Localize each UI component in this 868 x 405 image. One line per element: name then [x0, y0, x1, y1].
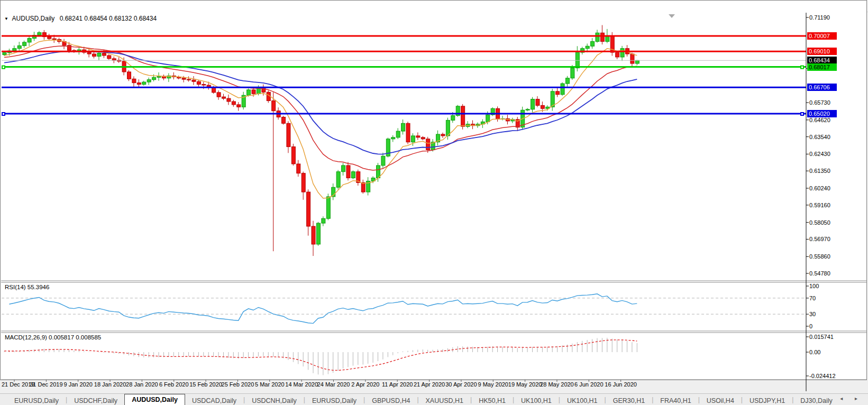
chart-ohlc-values: 0.68241 0.68454 0.68132 0.68434	[60, 15, 157, 22]
price-tick-label: 0.59160	[809, 202, 830, 208]
rsi-tick-label: 30	[809, 311, 816, 317]
price-tick-label: 0.64620	[809, 117, 830, 123]
date-tick-label: 30 Apr 2020	[445, 381, 477, 388]
price-tick-label: 0.54780	[809, 270, 830, 277]
chart-tab-DJ30-Daily[interactable]: DJ30,Daily	[793, 396, 839, 405]
chart-tab-USOil-H4[interactable]: USOil,H4	[700, 396, 741, 405]
chart-tab-GER30-H1[interactable]: GER30,H1	[606, 396, 652, 405]
chart-tab-UK100-H1[interactable]: UK100,H1	[560, 396, 605, 405]
chart-tab-HK50-H1[interactable]: HK50,H1	[472, 396, 513, 405]
price-tick-label: 0.58050	[809, 219, 830, 226]
pane-separators-and-axis	[1, 13, 866, 391]
price-tick-label: 0.61350	[809, 168, 830, 174]
price-tick-label: 0.60240	[809, 185, 830, 191]
tab-scroll-arrows: ◂ ▸	[840, 395, 863, 401]
date-tick-label: 2 Apr 2020	[351, 381, 379, 388]
price-badge-0.68017[interactable]: 0.68017	[807, 63, 837, 71]
date-tick-label: 11 Apr 2020	[382, 381, 413, 388]
moving-average-lines	[4, 40, 637, 198]
mt4-terminal: ▾ M1M5M15M30H1H4D1W1MN ▼ AUDUSD,Daily 0.…	[0, 0, 868, 405]
macd-tick-label: 0.00	[809, 349, 820, 355]
candlestick-series	[3, 25, 639, 256]
macd-tick-label: -0.024412	[809, 373, 836, 379]
price-tick-label: 0.71190	[809, 14, 830, 21]
date-tick-label: 5 Mar 2020	[255, 381, 285, 388]
chart-tab-UK100-H1[interactable]: UK100,H1	[514, 396, 559, 405]
price-tick-label: 0.56970	[809, 236, 830, 242]
date-tick-label: 24 Mar 2020	[317, 381, 350, 388]
horizontal-line-objects[interactable]	[2, 36, 806, 116]
chart-symbol-label: AUDUSD,Daily	[12, 15, 55, 22]
chart-tab-XAUUSD-H1[interactable]: XAUUSD,H1	[419, 396, 471, 405]
collapse-triangle-icon[interactable]: ▼	[4, 16, 8, 21]
date-tick-label: 28 May 2020	[540, 381, 574, 388]
date-tick-label: 18 Jan 2020	[94, 381, 126, 388]
date-tick-label: 9 May 2020	[478, 381, 508, 388]
date-tick-label: 6 Feb 2020	[159, 381, 189, 388]
chart-tab-GBPUSD-H4[interactable]: GBPUSD,H4	[365, 396, 417, 405]
date-tick-label: 15 Feb 2020	[189, 381, 222, 388]
price-tick-label: 0.63540	[809, 134, 830, 140]
macd-signal-line	[4, 340, 637, 371]
chart-tab-USDCNH-Daily[interactable]: USDCNH,Daily	[245, 396, 304, 405]
chart-canvas[interactable]	[0, 0, 868, 405]
date-tick-label: 19 May 2020	[508, 381, 542, 388]
price-badge-0.65020[interactable]: 0.65020	[807, 110, 837, 117]
date-tick-label: 6 Jun 2020	[574, 381, 603, 388]
date-tick-label: 16 Jun 2020	[605, 381, 637, 388]
macd-tick-label: 0.015741	[809, 334, 834, 340]
date-tick-label: 31 Dec 2019	[30, 381, 62, 388]
tab-scroll-right-icon[interactable]: ▸	[855, 395, 863, 401]
tab-scroll-left-icon[interactable]: ◂	[840, 395, 848, 401]
price-badge-0.66706[interactable]: 0.66706	[807, 84, 837, 91]
rsi-pane	[2, 294, 806, 324]
macd-pane	[4, 338, 637, 375]
macd-indicator-label: MACD(12,26,9) 0.005817 0.008585	[5, 334, 101, 340]
chart-tabs: EURUSD,Daily|USDCHF,DailyAUDUSD,DailyUSD…	[0, 394, 839, 405]
rsi-tick-label: 70	[809, 295, 816, 301]
date-tick-label: 14 Mar 2020	[285, 381, 318, 388]
chart-tab-FRA40-H1[interactable]: FRA40,H1	[653, 396, 698, 405]
rsi-tick-label: 100	[809, 283, 819, 289]
price-tick-label: 0.55860	[809, 253, 830, 260]
chart-tab-EURUSD-Daily[interactable]: EURUSD,Daily	[7, 396, 66, 405]
chart-tab-AUDUSD-Daily[interactable]: AUDUSD,Daily	[124, 394, 185, 405]
chart-tab-USDCHF-Daily[interactable]: USDCHF,Daily	[67, 396, 124, 405]
price-badge-0.70007[interactable]: 0.70007	[807, 32, 837, 40]
price-badge-0.69010[interactable]: 0.69010	[807, 48, 837, 55]
date-tick-label: 9 Jan 2020	[63, 381, 92, 388]
rsi-indicator-label: RSI(14) 55.3946	[5, 284, 49, 290]
chart-tab-USDCAD-Daily[interactable]: USDCAD,Daily	[185, 396, 243, 405]
date-tick-label: 28 Jan 2020	[126, 381, 158, 388]
date-tick-label: 21 Apr 2020	[414, 381, 445, 388]
chart-tabs-bar: EURUSD,Daily|USDCHF,DailyAUDUSD,DailyUSD…	[0, 393, 868, 405]
price-tick-label: 0.65730	[809, 99, 830, 106]
chart-title: ▼ AUDUSD,Daily 0.68241 0.68454 0.68132 0…	[4, 15, 157, 22]
date-tick-label: 25 Feb 2020	[222, 381, 254, 388]
chart-shift-marker-icon[interactable]	[669, 14, 675, 18]
price-tick-label: 0.62430	[809, 151, 830, 157]
rsi-tick-label: 0	[809, 323, 812, 329]
chart-tab-USDJPY-H1[interactable]: USDJPY,H1	[743, 396, 792, 405]
chart-tab-EURUSD-Daily[interactable]: EURUSD,Daily	[305, 396, 363, 405]
